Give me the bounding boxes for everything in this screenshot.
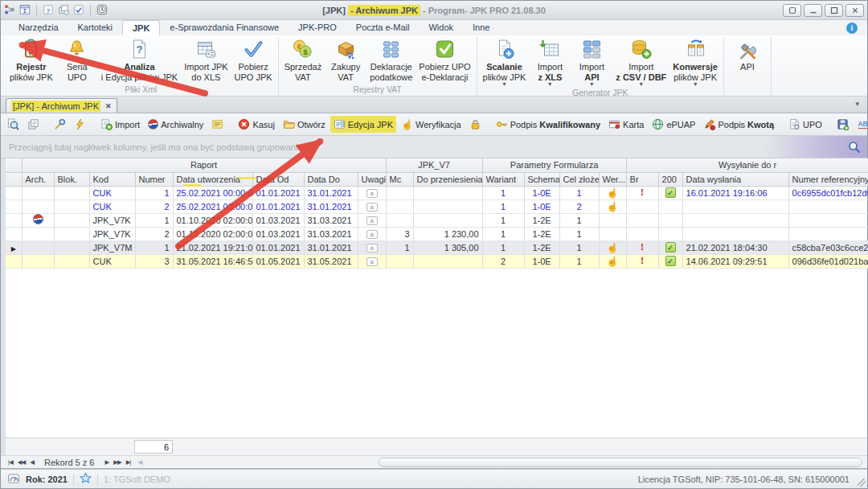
menu-item-jpk-pro[interactable]: JPK-PRO <box>289 20 346 35</box>
column-header-numer[interactable]: Numer <box>135 172 173 186</box>
table-row[interactable]: ▶JPK_V7M121.02.2021 19:21:0001.01.202131… <box>6 240 868 254</box>
resize-grip[interactable] <box>858 479 866 487</box>
toolbar-podpis[interactable]: PodpisKwotą <box>700 116 777 133</box>
ribbon-button-xls[interactable]: Import JPKdo XLS <box>181 37 231 82</box>
table-row[interactable]: CUK225.02.2021 00:00:0001.01.202131.01.2… <box>6 199 868 213</box>
menu-item-poczta-e-mail[interactable]: Poczta e-Mail <box>346 20 420 35</box>
user-label: 1: TGSoft DEMO <box>104 475 170 484</box>
ribbon-button-convert[interactable]: Konwersjeplików JPK▾ <box>669 37 721 87</box>
numer-summary-count: 6 <box>134 440 173 454</box>
ribbon-button-boxcart[interactable]: ZakupyVAT <box>325 37 366 82</box>
nav-button[interactable]: ◀◀ <box>18 458 26 466</box>
scroll-left-icon[interactable]: ◀ <box>137 458 141 466</box>
table-sum-icon[interactable]: Σ <box>19 4 31 17</box>
table-row[interactable]: JPK_V7K201.10.2020 02:00:0001.03.202131.… <box>6 227 868 240</box>
column-header-data-wysłania[interactable]: Data wysłania <box>682 172 788 186</box>
nav-button[interactable]: |◀ <box>8 458 13 466</box>
column-header-kod[interactable]: Kod <box>89 172 135 186</box>
menu-item-jpk[interactable]: JPK <box>122 20 160 35</box>
toolbar-ab-icon[interactable]: AB <box>854 116 868 133</box>
column-header-cel-złoże-[interactable]: Cel złoże... <box>559 172 599 186</box>
ribbon-button-checkgreen[interactable]: Pobierz UPOe-Deklaracji <box>416 37 473 82</box>
star-icon[interactable] <box>80 472 92 486</box>
column-header-data-do[interactable]: Data Do <box>304 172 358 186</box>
toolbar-kasuj[interactable]: Kasuj <box>235 116 278 133</box>
horizontal-scrollbar[interactable] <box>379 458 862 467</box>
toolbar-note-icon[interactable] <box>208 116 227 133</box>
ribbon-button-docmerge[interactable]: Scalanieplików JPK▾ <box>480 37 530 87</box>
column-header-do-przeniesienia[interactable]: Do przeniesienia <box>413 172 482 186</box>
toolbar-weryfikacja[interactable]: ☝Weryfikacja <box>398 117 465 133</box>
menubar: NarzędziaKartotekiJPKe-Sprawozdania Fina… <box>1 20 867 35</box>
ribbon-button-tools[interactable]: API <box>727 37 768 72</box>
info-icon[interactable]: i <box>846 23 858 34</box>
tab-archiwum-jpk[interactable]: [JPK] - Archiwum JPK ✕ <box>6 98 117 113</box>
ribbon-button-blocks[interactable]: Deklaracjepodatkowe <box>366 37 416 82</box>
record-counter: Rekord 5 z 6 <box>44 458 94 467</box>
column-header-data-utworzenia[interactable]: Data utworzenia <box>173 172 252 186</box>
ribbon-button-dbplus[interactable]: Importz CSV / DBF▾ <box>612 37 669 87</box>
share-icon[interactable] <box>4 4 15 17</box>
toolbar-lock-icon[interactable] <box>466 116 485 133</box>
column-header-uwagi[interactable]: Uwagi <box>358 172 386 186</box>
nav-button[interactable]: ▶ <box>104 458 108 466</box>
menu-item-e-sprawozdania-finansowe[interactable]: e-Sprawozdania Finansowe <box>160 20 289 35</box>
menu-item-narz-dzia[interactable]: Narzędzia <box>9 20 68 35</box>
ribbon-button-bell[interactable]: SeriaUPO <box>56 37 98 82</box>
nav-button[interactable]: ▶| <box>126 458 131 466</box>
column-header-blok-[interactable]: Blok. <box>54 172 89 186</box>
clock-icon[interactable] <box>96 4 108 17</box>
xls-icon <box>195 39 217 61</box>
toolbar-copy-icon[interactable] <box>24 116 43 133</box>
ribbon-button-clipboard[interactable]: Rejestrplików JPK <box>6 37 56 82</box>
column-header-arch-[interactable]: Arch. <box>22 172 54 186</box>
ribbon-button-docq[interactable]: ?Analizai Edycja plików JPK <box>98 37 181 82</box>
column-header-numer-referencyjny[interactable]: Numer referencyjny <box>788 172 868 186</box>
check-icon[interactable] <box>73 4 84 17</box>
ribbon-button-xlsimp[interactable]: Importz XLS▾ <box>529 37 571 87</box>
toolbar-import[interactable]: Import <box>97 116 143 133</box>
toolbar-bolt-icon[interactable] <box>71 116 89 133</box>
table-row[interactable]: CUK331.05.2021 16:46:5301.05.202131.05.2… <box>6 254 868 268</box>
toolbar-zoom-icon[interactable] <box>4 116 23 133</box>
maximize-button[interactable] <box>825 4 843 17</box>
toolbar-edycja-jpk[interactable]: Edycja JPK <box>330 116 396 133</box>
column-header-data-od[interactable]: Data Od <box>252 172 304 186</box>
group-by-decoration <box>714 136 867 158</box>
menu-item-kartoteki[interactable]: Kartoteki <box>68 20 122 35</box>
toolbar-archiwalny[interactable]: Archiwalny <box>145 117 207 132</box>
column-header-wer-[interactable]: Wer... <box>599 172 626 186</box>
ribbon-button-coins[interactable]: €$SprzedażVAT <box>281 37 325 82</box>
docq-icon: ? <box>129 39 150 61</box>
toolbar-podpis[interactable]: PodpisKwalifikowany <box>493 116 604 133</box>
year-label[interactable]: Rok: 2021 <box>26 475 68 484</box>
nav-button[interactable]: ◀ <box>30 458 34 466</box>
toolbar-karta[interactable]: Karta <box>605 116 647 133</box>
column-header-mc[interactable]: Mc <box>386 172 413 186</box>
windows-icon[interactable] <box>58 4 69 17</box>
style-button[interactable] <box>783 4 801 17</box>
toolbar-epuap[interactable]: ePUAP <box>649 116 698 133</box>
minimize-button[interactable] <box>804 4 822 17</box>
close-button[interactable] <box>845 4 864 17</box>
toolbar-wand-icon[interactable] <box>51 116 69 133</box>
ribbon-button-blocks2[interactable]: ImportAPI▾ <box>571 37 612 87</box>
tab-list-dropdown-icon[interactable]: ▾ <box>855 100 859 108</box>
ribbon-button-checkblue[interactable]: PobierzUPO JPK <box>231 37 276 82</box>
column-header-wariant[interactable]: Wariant <box>482 172 524 186</box>
svg-text:Σ: Σ <box>23 8 27 14</box>
tab-close-icon[interactable]: ✕ <box>105 102 112 110</box>
table-row[interactable]: CUK125.02.2021 00:00:0001.01.202131.01.2… <box>6 186 868 199</box>
toolbar-save-icon[interactable] <box>833 116 852 133</box>
menu-item-widok[interactable]: Widok <box>419 20 463 35</box>
toolbar-upo[interactable]: UPO <box>785 116 825 133</box>
help-icon[interactable]: ? <box>43 4 54 17</box>
menu-item-inne[interactable]: Inne <box>463 20 499 35</box>
toolbar-otwórz[interactable]: Otwórz <box>280 116 329 133</box>
column-header-schemat[interactable]: Schemat <box>524 172 559 186</box>
nav-button[interactable]: ▶▶ <box>113 458 121 466</box>
table-row[interactable]: JPK_V7K101.10.2020 02:00:0001.03.202131.… <box>6 213 868 227</box>
column-header-200[interactable]: 200 <box>658 172 682 186</box>
search-icon[interactable] <box>848 141 861 155</box>
column-header-br[interactable]: Br <box>626 172 658 186</box>
